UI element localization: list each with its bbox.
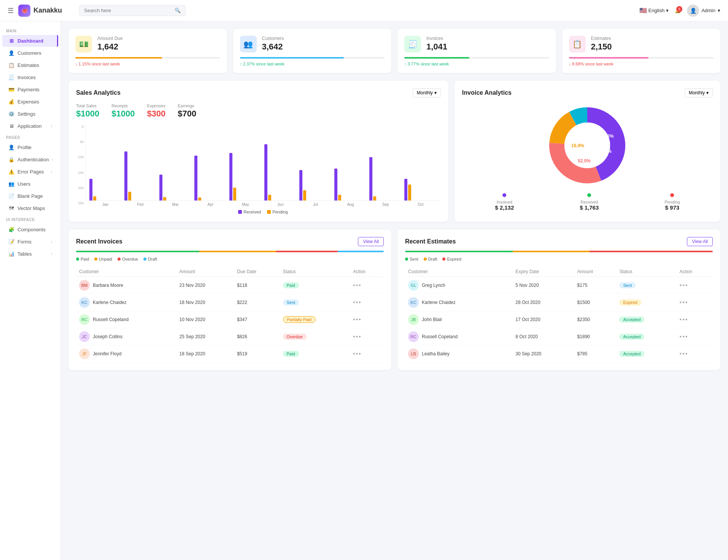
donut-dot-pending: [670, 193, 674, 197]
sidebar-label-blank-page: Blank Page: [17, 193, 52, 199]
sales-chart-area: 250 200 150 100 50 0: [76, 125, 441, 214]
admin-menu[interactable]: 👤 Admin ▾: [687, 5, 720, 17]
invoices-table: CustomerAmountDue DateStatusAction BM Ba…: [76, 267, 384, 363]
sales-analytics-filter[interactable]: Monthly ▾: [413, 88, 441, 97]
invoices-view-all-button[interactable]: View All: [358, 237, 384, 246]
bar-group-feb: [124, 151, 157, 200]
action-menu[interactable]: •••: [353, 316, 362, 323]
notification-button[interactable]: 🔔 5: [675, 8, 681, 13]
action-menu[interactable]: •••: [353, 282, 362, 288]
action-menu[interactable]: •••: [353, 299, 362, 305]
search-input[interactable]: [84, 8, 172, 13]
customers-icon: 👤: [8, 50, 14, 56]
sidebar-item-profile[interactable]: 👤 Profile: [2, 142, 58, 153]
admin-avatar: 👤: [687, 5, 699, 17]
action-cell[interactable]: •••: [350, 294, 384, 311]
flag-icon: 🇺🇸: [639, 7, 647, 14]
status-dot-paid: [76, 258, 79, 261]
status-badge: Partially Paid: [283, 316, 316, 323]
sidebar-item-invoices[interactable]: 🧾 Invoices: [2, 72, 58, 83]
action-cell[interactable]: •••: [677, 294, 713, 311]
date-cell: 5 Nov 2020: [512, 277, 574, 294]
sidebar-label-customers: Customers: [17, 50, 52, 56]
bar-pending-jul: [303, 190, 306, 200]
recent-estimates-title: Recent Estimates: [405, 238, 456, 245]
bar-label-apr: Apr: [194, 202, 227, 207]
date-cell: 18 Sep 2020: [176, 345, 234, 363]
action-menu[interactable]: •••: [353, 333, 362, 340]
bar-label-aug: Aug: [334, 202, 367, 207]
sidebar-item-tables[interactable]: 📊 Tables ›: [2, 248, 58, 260]
sidebar-item-error-pages[interactable]: ⚠️ Error Pages ›: [2, 166, 58, 178]
bar-label-jul: Jul: [299, 202, 332, 207]
svg-text:44.0%: 44.0%: [599, 149, 612, 154]
status-legend-item-unpaid: Unpaid: [94, 257, 112, 261]
sidebar-item-vector-maps[interactable]: 🗺 Vector Maps: [2, 202, 58, 214]
bar-labels: JanFebMarAprMayJunJulAugSepOct: [85, 201, 441, 207]
action-menu[interactable]: •••: [680, 316, 688, 323]
search-bar[interactable]: 🔍: [79, 5, 186, 16]
sidebar-item-settings[interactable]: ⚙️ Settings: [2, 108, 58, 120]
action-cell[interactable]: •••: [350, 277, 384, 294]
sidebar-item-users[interactable]: 👥 Users: [2, 178, 58, 190]
estimates-icon: 📋: [8, 62, 14, 68]
status-cell: Sent: [280, 294, 350, 311]
expenses-icon: 💰: [8, 99, 14, 105]
customer-name: Russell Copeland: [93, 317, 129, 322]
customer-cell: KC Karlene Chaidez: [76, 294, 176, 311]
status-cell: Sent: [616, 277, 676, 294]
lang-arrow-icon: ▾: [666, 8, 669, 13]
action-cell[interactable]: •••: [677, 345, 713, 363]
stat-progress-bar-invoices: [404, 57, 469, 59]
stat-change-amount-due: ↓ 1.15% since last week: [75, 62, 220, 66]
sidebar-item-application[interactable]: 🖥 Application ›: [2, 120, 58, 132]
sidebar-item-payments[interactable]: 💳 Payments: [2, 84, 58, 95]
sidebar-item-customers[interactable]: 👤 Customers: [2, 47, 58, 59]
stat-header-customers: 👥 Customers 3,642: [240, 36, 385, 52]
status-dot-overdue: [118, 258, 121, 261]
stat-card-amount-due: 💵 Amount Due 1,642 ↓ 1.15% since last we…: [68, 29, 227, 73]
action-cell[interactable]: •••: [350, 311, 384, 328]
language-selector[interactable]: 🇺🇸 English ▾: [639, 7, 669, 14]
action-cell[interactable]: •••: [350, 328, 384, 345]
action-menu[interactable]: •••: [353, 350, 362, 357]
status-legend-label-paid: Paid: [81, 257, 89, 261]
svg-text:8.0%: 8.0%: [603, 134, 614, 139]
invoice-analytics-filter[interactable]: Monthly ▾: [685, 88, 713, 97]
metric-value: $1000: [76, 109, 99, 119]
sidebar-item-estimates[interactable]: 📋 Estimates: [2, 59, 58, 71]
sales-metric-receipts: Receipts $1000: [111, 103, 135, 119]
amount-cell: $1890: [574, 328, 617, 345]
sidebar-item-components[interactable]: 🧩 Components: [2, 224, 58, 235]
stat-change-arrow-estimates: ↓: [569, 62, 571, 66]
status-badge: Accepted: [619, 317, 644, 323]
status-dot-unpaid: [94, 258, 97, 261]
sidebar-item-expenses[interactable]: 💰 Expenses: [2, 96, 58, 108]
estimates-table: CustomerExpiry DateAmountStatusAction GL…: [405, 267, 713, 363]
status-cell: Expired: [616, 294, 676, 311]
bar-group-apr: [194, 156, 227, 200]
sidebar-item-authentication[interactable]: 🔒 Authentication ›: [2, 154, 58, 165]
y-label-250: 250: [76, 201, 84, 205]
action-cell[interactable]: •••: [677, 328, 713, 345]
sidebar-item-dashboard[interactable]: ⊞ Dashboard: [2, 35, 58, 47]
action-cell[interactable]: •••: [677, 311, 713, 328]
estimates-view-all-button[interactable]: View All: [687, 237, 713, 246]
status-legend-label-unpaid: Unpaid: [99, 257, 112, 261]
donut-legend-pending: Pending $ 973: [664, 193, 680, 211]
action-menu[interactable]: •••: [680, 333, 688, 340]
sidebar-item-blank-page[interactable]: 📄 Blank Page: [2, 190, 58, 202]
customer-cell: RC Russell Copeland: [405, 328, 512, 345]
sidebar-item-forms[interactable]: 📝 Forms ›: [2, 236, 58, 248]
action-menu[interactable]: •••: [680, 282, 688, 288]
action-menu[interactable]: •••: [680, 299, 688, 305]
action-menu[interactable]: •••: [680, 350, 688, 357]
sales-analytics-header: Sales Analytics Monthly ▾: [76, 88, 441, 97]
hamburger-menu[interactable]: ☰: [8, 6, 14, 15]
sidebar-label-tables: Tables: [17, 251, 48, 257]
action-cell[interactable]: •••: [677, 277, 713, 294]
customer-cell: GL Greg Lynch: [405, 277, 512, 294]
sidebar-label-profile: Profile: [17, 145, 52, 150]
sidebar-label-settings: Settings: [17, 111, 52, 117]
action-cell[interactable]: •••: [350, 345, 384, 363]
